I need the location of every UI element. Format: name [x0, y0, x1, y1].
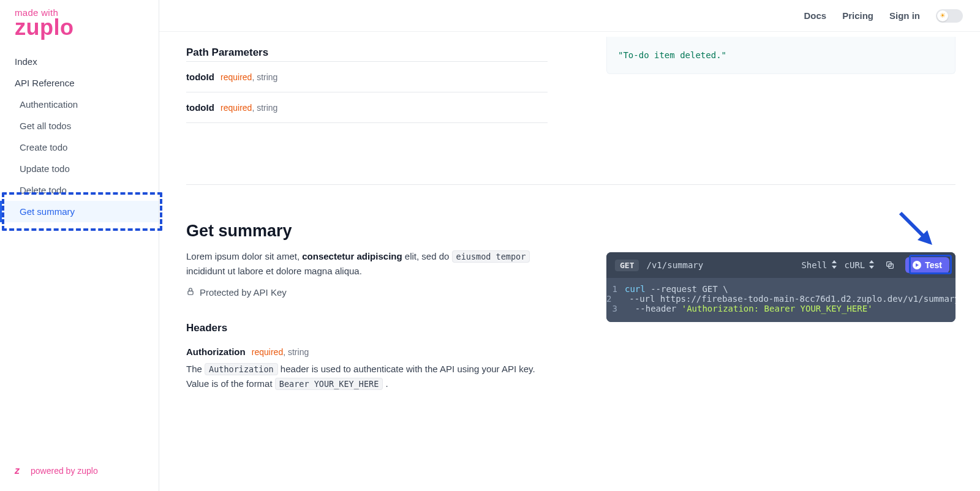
play-icon	[913, 261, 921, 269]
http-method-badge: GET	[615, 260, 639, 271]
sidebar-footer-label: powered by zuplo	[31, 466, 98, 476]
param-description: The Authorization header is used to auth…	[186, 362, 548, 391]
param-type-tag: , string	[252, 72, 277, 82]
param-type-tag: , string	[283, 347, 309, 357]
sidebar-item-delete-todo[interactable]: Delete todo	[0, 179, 159, 201]
sidebar-footer[interactable]: z powered by zuplo	[0, 451, 159, 491]
topbar-link-signin[interactable]: Sign in	[889, 10, 920, 21]
tool-label: cURL	[845, 260, 865, 270]
language-label: Shell	[801, 260, 827, 270]
main-content: Path Parameters todoId required, string …	[159, 0, 980, 491]
chevron-updown-icon	[869, 260, 875, 271]
topbar-link-pricing[interactable]: Pricing	[842, 10, 873, 21]
brand-name: zuplo	[15, 18, 144, 37]
param-row: todoId required, string	[186, 92, 548, 123]
param-name: todoId	[186, 72, 214, 82]
response-body-box: "To-do item deleted."	[606, 37, 956, 74]
sidebar-item-index[interactable]: Index	[0, 51, 159, 72]
brand-logo[interactable]: made with zuplo	[0, 5, 159, 51]
request-code-card: GET /v1/summary Shell cURL	[606, 252, 956, 322]
language-selector[interactable]: Shell	[801, 260, 837, 271]
zuplo-icon: z	[15, 465, 26, 476]
request-path: /v1/summary	[646, 260, 703, 270]
lock-icon	[186, 287, 195, 298]
endpoint-title: Get summary	[186, 222, 548, 241]
param-name: todoId	[186, 102, 214, 113]
chevron-updown-icon	[831, 260, 837, 271]
inline-code: Bearer YOUR_KEY_HERE	[275, 378, 383, 390]
copy-icon	[885, 260, 895, 270]
sidebar-item-get-summary[interactable]: Get summary	[0, 201, 159, 222]
protected-indicator: Protected by API Key	[186, 287, 548, 298]
sidebar-item-label: Get summary	[20, 206, 75, 217]
section-title-headers: Headers	[186, 322, 548, 334]
sidebar-item-create-todo[interactable]: Create todo	[0, 137, 159, 158]
svg-marker-2	[918, 230, 932, 245]
param-required-tag: required	[221, 103, 252, 113]
svg-rect-0	[188, 291, 193, 294]
svg-line-1	[900, 213, 930, 242]
test-button-label: Test	[925, 260, 942, 270]
test-button[interactable]: Test	[905, 257, 949, 273]
sidebar-item-authentication[interactable]: Authentication	[0, 94, 159, 115]
sidebar-nav: Index API Reference Authentication Get a…	[0, 51, 159, 222]
topbar: Docs Pricing Sign in ☀	[159, 0, 980, 32]
sidebar: made with zuplo Index API Reference Auth…	[0, 0, 159, 491]
param-row: Authorization required, string The Autho…	[186, 337, 548, 401]
annotation-arrow	[894, 207, 943, 256]
code-card-header: GET /v1/summary Shell cURL	[606, 252, 956, 278]
protected-label: Protected by API Key	[200, 287, 287, 298]
sidebar-item-get-all-todos[interactable]: Get all todos	[0, 115, 159, 137]
response-body-text: "To-do item deleted."	[618, 50, 726, 60]
inline-code: eiusmod tempor	[452, 250, 530, 263]
page-divider	[186, 184, 956, 185]
param-required-tag: required	[221, 72, 252, 82]
inline-code: Authorization	[205, 363, 278, 375]
theme-toggle-knob: ☀	[937, 10, 948, 21]
sidebar-item-api-reference[interactable]: API Reference	[0, 72, 159, 94]
sidebar-item-update-todo[interactable]: Update todo	[0, 158, 159, 179]
param-row: todoId required, string	[186, 61, 548, 92]
code-body[interactable]: 1curl --request GET \ 2 --url https://fi…	[606, 278, 956, 322]
param-required-tag: required	[252, 347, 283, 357]
param-type-tag: , string	[252, 103, 277, 113]
section-title-path-params: Path Parameters	[186, 47, 548, 59]
endpoint-description: Lorem ipsum dolor sit amet, consectetur …	[186, 249, 548, 279]
sun-icon: ☀	[940, 12, 946, 19]
topbar-link-docs[interactable]: Docs	[804, 10, 826, 21]
copy-button[interactable]	[882, 257, 898, 273]
tool-selector[interactable]: cURL	[845, 260, 875, 271]
param-name: Authorization	[186, 347, 246, 357]
theme-toggle[interactable]: ☀	[936, 9, 963, 23]
